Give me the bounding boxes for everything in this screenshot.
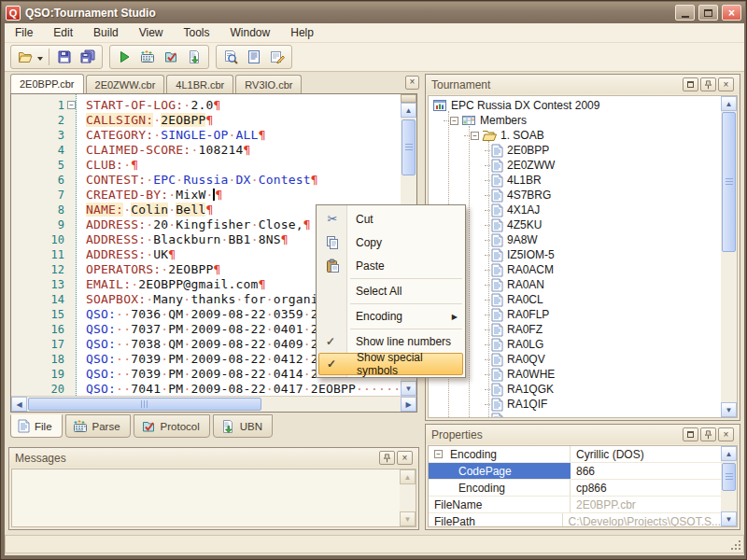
tree-item-4l1br[interactable]: 4L1BR: [429, 173, 721, 188]
tree-item-ra0an[interactable]: RA0AN: [429, 277, 721, 292]
properties-scroll-thumb[interactable]: [722, 463, 736, 491]
protocol-button[interactable]: [160, 47, 182, 67]
menu-item-show-special-symbols[interactable]: ✓Show special symbols: [318, 353, 463, 375]
property-value[interactable]: Cyrillic (DOS): [571, 446, 721, 462]
property-value[interactable]: cp866: [571, 480, 721, 496]
pin-button[interactable]: [379, 451, 395, 465]
messages-panel-header[interactable]: Messages ×: [9, 448, 418, 468]
menu-item-paste[interactable]: Paste: [317, 254, 465, 277]
property-name[interactable]: CodePage: [429, 463, 571, 479]
tournament-scrollbar[interactable]: ▲ ▼: [721, 96, 737, 417]
editor-hscroll-thumb[interactable]: [28, 398, 261, 411]
property-value[interactable]: 2E0BPP.cbr: [571, 497, 721, 512]
menu-item-copy[interactable]: Copy: [317, 231, 465, 254]
maximize-button[interactable]: [683, 77, 698, 91]
tournament-panel-header[interactable]: Tournament ×: [426, 75, 740, 94]
tree-item-4s7brg[interactable]: 4S7BRG: [429, 188, 721, 203]
doc-lines-button[interactable]: [243, 47, 265, 67]
properties-panel-header[interactable]: Properties ×: [426, 425, 740, 444]
property-row-filename[interactable]: FileName2E0BPP.cbr: [429, 497, 721, 513]
close-button[interactable]: ×: [722, 5, 741, 21]
menu-item-encoding[interactable]: Encoding▶: [317, 305, 465, 328]
tree-item-partial[interactable]: [429, 412, 721, 417]
tree-item-ra0lg[interactable]: RA0LG: [429, 337, 721, 352]
expand-toggle-icon[interactable]: −: [471, 132, 479, 140]
tree-item-ra0acm[interactable]: RA0ACM: [429, 262, 721, 277]
scroll-right-icon[interactable]: ▶: [401, 397, 416, 412]
editor-vscroll-thumb[interactable]: [402, 119, 416, 175]
title-bar[interactable]: Q QSO:Tournament Studio ×: [2, 2, 745, 23]
tree-item-ra0qv[interactable]: RA0QV: [429, 352, 721, 367]
property-name[interactable]: FilePath: [429, 513, 563, 527]
menu-item-select-all[interactable]: Select All: [317, 280, 465, 302]
tree-item-iz5iom-5[interactable]: IZ5IOM-5: [429, 247, 721, 262]
maximize-button[interactable]: [683, 427, 698, 441]
tree-item-ra0whe[interactable]: RA0WHE: [429, 367, 721, 382]
tree-item-2e0bpp[interactable]: 2E0BPP: [429, 143, 721, 158]
tree-item-9a8w[interactable]: 9A8W: [429, 232, 721, 247]
document-close-button[interactable]: ×: [405, 76, 419, 90]
property-row-encoding[interactable]: Encodingcp866: [429, 480, 721, 497]
tree-item-4z5ku[interactable]: 4Z5KU: [429, 217, 721, 232]
properties-scrollbar[interactable]: ▲ ▼: [721, 446, 737, 526]
property-name[interactable]: Encoding: [429, 480, 571, 496]
parse-button[interactable]: [136, 47, 159, 67]
property-name[interactable]: FileName: [429, 497, 571, 512]
property-name[interactable]: −Encoding: [429, 446, 571, 462]
doc-edit-button[interactable]: [266, 47, 289, 67]
fold-toggle-icon[interactable]: −: [67, 101, 76, 109]
pin-button[interactable]: [700, 427, 716, 441]
view-tab-parse[interactable]: Parse: [65, 414, 131, 438]
tree-item-ra1qgk[interactable]: RA1QGK: [429, 382, 721, 397]
view-tab-file[interactable]: File: [10, 414, 63, 438]
scroll-up-icon[interactable]: ▲: [721, 446, 737, 461]
menu-help[interactable]: Help: [280, 23, 324, 42]
menu-edit[interactable]: Edit: [43, 23, 83, 42]
document-tab-active[interactable]: 2E0BPP.cbr: [10, 74, 84, 93]
run-button[interactable]: [113, 47, 135, 67]
close-button[interactable]: ×: [718, 427, 734, 441]
open-folder-button[interactable]: [14, 47, 36, 67]
pin-button[interactable]: [700, 77, 716, 91]
property-row-filepath[interactable]: FilePathC:\Develop\Projects\QSOT.S...: [429, 513, 721, 527]
tree-item-epc-russia-dx-contest-2009[interactable]: EPC Russia DX Contest 2009: [429, 98, 721, 113]
tree-item-members[interactable]: −Members: [429, 113, 721, 128]
scroll-down-icon[interactable]: ▼: [721, 402, 737, 417]
close-button[interactable]: ×: [397, 451, 413, 465]
find-doc-button[interactable]: [219, 47, 242, 67]
save-all-button[interactable]: [77, 47, 99, 67]
tournament-scroll-thumb[interactable]: [722, 112, 736, 252]
close-button[interactable]: ×: [718, 77, 734, 91]
document-tab[interactable]: RV3IO.cbr: [235, 75, 302, 93]
menu-item-show-line-numbers[interactable]: ✓Show line numbers: [317, 330, 465, 353]
tree-item-1-soab[interactable]: −1. SOAB: [429, 128, 721, 143]
menu-tools[interactable]: Tools: [174, 23, 220, 42]
tree-item-ra0fz[interactable]: RA0FZ: [429, 322, 721, 337]
scroll-up-icon[interactable]: ▲: [401, 103, 416, 118]
menu-item-cut[interactable]: ✂Cut: [317, 207, 465, 231]
document-tab[interactable]: 2E0ZWW.cbr: [86, 75, 165, 93]
scroll-left-icon[interactable]: ◀: [11, 397, 27, 412]
minimize-button[interactable]: [675, 5, 695, 21]
menu-window[interactable]: Window: [220, 23, 281, 42]
expand-toggle-icon[interactable]: −: [434, 450, 443, 458]
scroll-up-icon[interactable]: ▲: [721, 96, 737, 111]
view-tab-ubn[interactable]: UBN: [213, 414, 273, 438]
expand-toggle-icon[interactable]: −: [450, 117, 458, 125]
property-value[interactable]: 866: [571, 463, 721, 479]
menu-view[interactable]: View: [129, 23, 174, 42]
tree-item-ra1qif[interactable]: RA1QIF: [429, 397, 721, 412]
dropdown-arrow-icon[interactable]: [37, 57, 43, 63]
scroll-down-icon[interactable]: ▼: [401, 381, 416, 396]
document-tab[interactable]: 4L1BR.cbr: [166, 75, 233, 93]
property-row-codepage[interactable]: CodePage866: [429, 463, 721, 480]
scroll-down-icon[interactable]: ▼: [400, 511, 416, 526]
view-tab-protocol[interactable]: Protocol: [134, 414, 210, 438]
resize-grip[interactable]: [730, 539, 741, 551]
property-value[interactable]: C:\Develop\Projects\QSOT.S...: [563, 513, 721, 527]
editor-split-handle[interactable]: [401, 94, 416, 103]
maximize-button[interactable]: [698, 5, 718, 21]
tree-item-2e0zww[interactable]: 2E0ZWW: [429, 158, 721, 173]
ubn-button[interactable]: [183, 47, 205, 67]
menu-build[interactable]: Build: [83, 23, 129, 42]
